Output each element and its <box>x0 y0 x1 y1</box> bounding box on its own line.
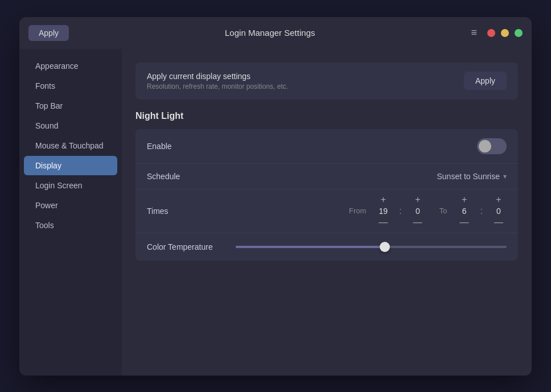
from-hour-spinner: + 19 — <box>375 194 391 228</box>
titlebar: Apply Login Manager Settings ≡ <box>19 17 532 49</box>
sidebar: Appearance Fonts Top Bar Sound Mouse & T… <box>19 49 122 376</box>
to-minute-decrement[interactable]: — <box>491 217 507 228</box>
sidebar-item-display[interactable]: Display <box>24 156 117 175</box>
color-temp-slider-container <box>236 246 507 248</box>
sidebar-item-power[interactable]: Power <box>24 196 117 215</box>
enable-label: Enable <box>147 142 172 151</box>
sidebar-item-login-screen[interactable]: Login Screen <box>24 176 117 195</box>
from-minute-spinner: + 0 — <box>410 194 426 228</box>
slider-thumb[interactable] <box>380 242 390 252</box>
from-hour-increment[interactable]: + <box>377 194 389 205</box>
sidebar-item-appearance[interactable]: Appearance <box>24 56 117 76</box>
apply-card-text: Apply current display settings Resolutio… <box>147 72 288 90</box>
schedule-dropdown[interactable]: Sunset to Sunrise ▾ <box>437 172 507 181</box>
enable-toggle[interactable] <box>477 138 507 154</box>
from-minute-decrement[interactable]: — <box>410 217 426 228</box>
sidebar-item-mouse-touchpad[interactable]: Mouse & Touchpad <box>24 136 117 155</box>
from-label: From <box>349 207 366 215</box>
apply-display-button[interactable]: Apply <box>464 72 507 90</box>
from-hour-value: 19 <box>377 207 389 216</box>
from-minute-value: 0 <box>412 207 423 216</box>
color-temp-slider-track[interactable] <box>236 246 507 248</box>
sidebar-item-top-bar[interactable]: Top Bar <box>24 96 117 115</box>
sidebar-item-fonts[interactable]: Fonts <box>24 76 117 96</box>
from-minute-increment[interactable]: + <box>412 194 423 205</box>
sidebar-item-tools[interactable]: Tools <box>24 216 117 235</box>
slider-fill <box>236 246 385 248</box>
color-temperature-row: Color Temperature <box>135 233 518 261</box>
menu-icon[interactable]: ≡ <box>471 27 477 39</box>
titlebar-center: Login Manager Settings <box>225 28 315 38</box>
to-minute-spinner: + 0 — <box>491 194 507 228</box>
apply-card-subtitle: Resolution, refresh rate, monitor positi… <box>147 82 288 90</box>
content-area: Apply current display settings Resolutio… <box>122 49 532 376</box>
from-hour-decrement[interactable]: — <box>375 217 391 228</box>
times-row: Times From + 19 — : + 0 — T <box>135 189 518 233</box>
night-light-section-title: Night Light <box>135 111 518 121</box>
to-hour-decrement[interactable]: — <box>457 217 472 228</box>
to-hour-increment[interactable]: + <box>458 194 470 205</box>
main-layout: Appearance Fonts Top Bar Sound Mouse & T… <box>19 49 532 376</box>
traffic-light-red[interactable] <box>487 29 495 37</box>
chevron-down-icon: ▾ <box>503 172 507 180</box>
times-label: Times <box>147 207 342 216</box>
schedule-value: Sunset to Sunrise <box>437 172 500 181</box>
from-colon: : <box>399 206 401 216</box>
apply-button-titlebar[interactable]: Apply <box>28 25 69 41</box>
schedule-label: Schedule <box>147 172 180 181</box>
to-minute-value: 0 <box>493 207 504 216</box>
apply-display-card: Apply current display settings Resolutio… <box>135 63 518 100</box>
to-hour-spinner: + 6 — <box>457 194 472 228</box>
sidebar-item-sound[interactable]: Sound <box>24 116 117 135</box>
to-hour-value: 6 <box>459 207 470 216</box>
enable-row: Enable <box>135 129 518 164</box>
to-minute-increment[interactable]: + <box>492 194 504 205</box>
night-light-card: Enable Schedule Sunset to Sunrise ▾ Time… <box>135 129 518 261</box>
main-window: Apply Login Manager Settings ≡ Appearanc… <box>19 17 532 376</box>
schedule-row: Schedule Sunset to Sunrise ▾ <box>135 164 518 189</box>
titlebar-right: ≡ <box>471 27 523 39</box>
traffic-light-green[interactable] <box>515 29 523 37</box>
color-temp-label: Color Temperature <box>147 242 227 251</box>
to-label: To <box>439 207 447 215</box>
window-title: Login Manager Settings <box>225 28 315 38</box>
to-colon: : <box>480 206 483 216</box>
traffic-light-yellow[interactable] <box>501 29 509 37</box>
apply-card-title: Apply current display settings <box>147 72 288 81</box>
